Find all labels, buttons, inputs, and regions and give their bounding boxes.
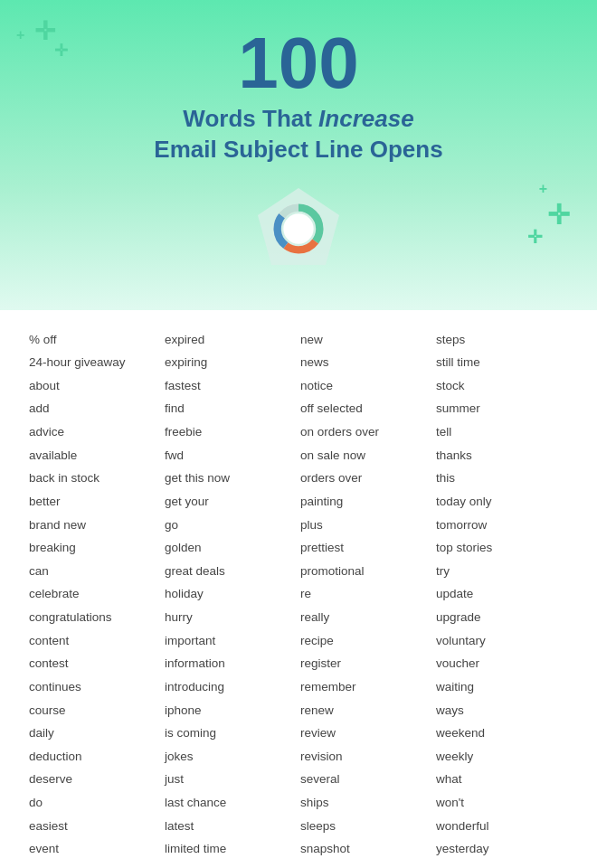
word-item: limited time <box>163 837 298 861</box>
word-item: soon <box>298 861 434 868</box>
word-item: several <box>298 768 434 791</box>
word-item: this <box>434 467 570 490</box>
word-item: register <box>298 652 434 675</box>
word-item: steps <box>434 328 570 352</box>
word-item: tomorrow <box>434 514 570 537</box>
subtitle-line1: Words That Increase <box>18 104 579 135</box>
word-item: plus <box>298 514 434 537</box>
word-item: available <box>27 444 163 467</box>
word-item: add <box>27 397 163 420</box>
header-section: ✛ ✛ + ✛ ✛ + 100 Words That Increase Emai… <box>0 0 597 310</box>
word-column-1: % off24-hour giveawayaboutaddadviceavail… <box>27 328 163 868</box>
word-item: recipe <box>298 629 434 653</box>
word-item: congratulations <box>27 606 163 629</box>
word-item: deserve <box>27 768 163 791</box>
word-item: renew <box>298 699 434 722</box>
word-item: you <box>434 861 570 868</box>
word-item: try <box>434 560 570 583</box>
word-item: thanks <box>434 444 570 467</box>
word-item: ships <box>298 791 434 815</box>
word-item: review <box>298 722 434 745</box>
words-grid: % off24-hour giveawayaboutaddadviceavail… <box>27 328 570 868</box>
word-item: last chance <box>163 791 298 815</box>
word-item: ways <box>434 699 570 722</box>
word-item: on sale now <box>298 444 434 467</box>
word-item: on orders over <box>298 420 434 444</box>
svg-point-6 <box>283 213 313 243</box>
word-item: is coming <box>163 722 298 745</box>
word-item: iphone <box>163 699 298 722</box>
word-item: weekend <box>434 722 570 745</box>
word-item: introducing <box>163 675 298 699</box>
word-item: may <box>163 861 298 868</box>
word-item: voluntary <box>434 629 570 653</box>
word-item: celebrate <box>27 582 163 606</box>
word-item: advice <box>27 420 163 444</box>
word-item: can <box>27 560 163 583</box>
word-item: off selected <box>298 397 434 420</box>
word-item: expired <box>163 328 298 352</box>
word-item: fwd <box>163 444 298 467</box>
word-item: voucher <box>434 652 570 675</box>
word-item: summer <box>434 397 570 420</box>
word-item: easiest <box>27 815 163 838</box>
word-item: won't <box>434 791 570 815</box>
word-item: expiring <box>163 351 298 374</box>
word-item: weekly <box>434 745 570 769</box>
word-item: information <box>163 652 298 675</box>
word-item: event <box>27 837 163 861</box>
word-item: great deals <box>163 560 298 583</box>
subtitle-line2: Email Subject Line Opens <box>18 135 579 165</box>
word-item: painting <box>298 490 434 514</box>
word-item: better <box>27 490 163 514</box>
word-item: stock <box>434 374 570 398</box>
word-column-4: stepsstill timestocksummertellthanksthis… <box>434 328 570 868</box>
word-item: about <box>27 374 163 398</box>
word-item: breaking <box>27 536 163 560</box>
word-item: sleeps <box>298 815 434 838</box>
word-item: latest <box>163 815 298 838</box>
word-item: go <box>163 514 298 537</box>
word-item: yesterday <box>434 837 570 861</box>
word-item: important <box>163 629 298 653</box>
word-item: orders over <box>298 467 434 490</box>
word-column-2: expiredexpiringfastestfindfreebiefwdget … <box>163 328 298 868</box>
word-item: waiting <box>434 675 570 699</box>
word-item: wonderful <box>434 815 570 838</box>
word-item: re <box>298 582 434 606</box>
word-item: daily <box>27 722 163 745</box>
word-item: % off <box>27 328 163 352</box>
word-item: prettiest <box>298 536 434 560</box>
word-item: deduction <box>27 745 163 769</box>
word-item: get this now <box>163 467 298 490</box>
word-item: top stories <box>434 536 570 560</box>
word-item: get your <box>163 490 298 514</box>
pentagon-area <box>18 184 579 274</box>
word-item: fastest <box>163 374 298 398</box>
word-item: jokes <box>163 745 298 769</box>
word-item: new <box>298 328 434 352</box>
word-item: hurry <box>163 606 298 629</box>
word-item: tell <box>434 420 570 444</box>
word-item: what <box>434 768 570 791</box>
word-item: 24-hour giveaway <box>27 351 163 374</box>
word-item: update <box>434 582 570 606</box>
word-item: continues <box>27 675 163 699</box>
word-column-3: newnewsnoticeoff selectedon orders overo… <box>298 328 434 868</box>
word-item: promotional <box>298 560 434 583</box>
word-item: today only <box>434 490 570 514</box>
word-item: just <box>163 768 298 791</box>
word-item: still time <box>434 351 570 374</box>
word-item: contest <box>27 652 163 675</box>
word-item: exclusive <box>27 861 163 868</box>
word-item: course <box>27 699 163 722</box>
word-item: golden <box>163 536 298 560</box>
word-item: remember <box>298 675 434 699</box>
word-item: news <box>298 351 434 374</box>
word-item: back in stock <box>27 467 163 490</box>
word-item: brand new <box>27 514 163 537</box>
word-item: revision <box>298 745 434 769</box>
word-item: freebie <box>163 420 298 444</box>
pentagon-shape <box>253 184 344 274</box>
word-item: really <box>298 606 434 629</box>
